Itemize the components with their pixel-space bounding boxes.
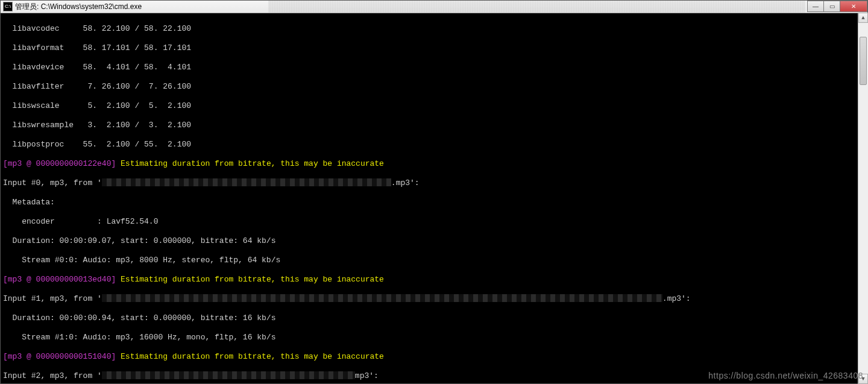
lib-line: libavformat 58. 17.101 / 58. 17.101 <box>3 43 865 53</box>
warn-line: [mp3 @ 000000000013ed40] Estimating dura… <box>3 275 865 285</box>
vertical-scrollbar[interactable]: ▲ ▼ <box>858 13 868 384</box>
enc-line: encoder : Lavf52.54.0 <box>3 217 865 227</box>
scroll-down-button[interactable]: ▼ <box>858 374 868 384</box>
warn-msg: Estimating duration from bitrate, this m… <box>121 275 384 284</box>
lib-line: libpostproc 55. 2.100 / 55. 2.100 <box>3 140 865 150</box>
lib-line: libswscale 5. 2.100 / 5. 2.100 <box>3 101 865 111</box>
scroll-up-button[interactable]: ▲ <box>858 13 868 23</box>
lib-line: libswresample 3. 2.100 / 3. 2.100 <box>3 121 865 130</box>
cmd-icon: C:\ <box>3 2 13 11</box>
minimize-button[interactable]: — <box>807 1 824 12</box>
close-button[interactable]: ✕ <box>840 1 867 12</box>
scroll-thumb[interactable] <box>860 37 867 85</box>
cmd-window: C:\ 管理员: C:\Windows\system32\cmd.exe — ▭… <box>0 0 868 384</box>
lib-line: libavcodec 58. 22.100 / 58. 22.100 <box>3 24 865 34</box>
stream-line: Stream #0:0: Audio: mp3, 8000 Hz, stereo… <box>3 256 865 265</box>
dur-line: Duration: 00:00:00.94, start: 0.000000, … <box>3 313 865 323</box>
warn-tag: [mp3 @ 0000000000122e40] <box>3 159 121 168</box>
maximize-button[interactable]: ▭ <box>823 1 840 12</box>
titlebar[interactable]: C:\ 管理员: C:\Windows\system32\cmd.exe — ▭… <box>1 1 867 13</box>
redacted-path <box>102 178 391 186</box>
redacted-path <box>102 371 355 379</box>
warn-tag: [mp3 @ 0000000000151040] <box>3 352 121 361</box>
lib-line: libavfilter 7. 26.100 / 7. 26.100 <box>3 82 865 92</box>
input-head: Input #2, mp3, from 'mp3': <box>3 371 865 381</box>
warn-msg: Estimating duration from bitrate, this m… <box>121 159 384 168</box>
window-title: 管理员: C:\Windows\system32\cmd.exe <box>15 2 142 12</box>
titlebar-spacer <box>268 1 805 13</box>
dur-line: Duration: 00:00:09.07, start: 0.000000, … <box>3 236 865 246</box>
warn-line: [mp3 @ 0000000000122e40] Estimating dura… <box>3 159 865 169</box>
warn-line: [mp3 @ 0000000000151040] Estimating dura… <box>3 352 865 362</box>
warn-tag: [mp3 @ 000000000013ed40] <box>3 275 121 284</box>
lib-line: libavdevice 58. 4.101 / 58. 4.101 <box>3 63 865 72</box>
meta-line: Metadata: <box>3 198 865 207</box>
input-head: Input #1, mp3, from '.mp3': <box>3 294 865 304</box>
terminal-content[interactable]: libavcodec 58. 22.100 / 58. 22.100 libav… <box>1 13 867 383</box>
warn-msg: Estimating duration from bitrate, this m… <box>121 352 384 361</box>
redacted-path <box>102 294 662 302</box>
input-head: Input #0, mp3, from '.mp3': <box>3 178 865 188</box>
window-buttons: — ▭ ✕ <box>808 1 867 13</box>
stream-line: Stream #1:0: Audio: mp3, 16000 Hz, mono,… <box>3 333 865 342</box>
